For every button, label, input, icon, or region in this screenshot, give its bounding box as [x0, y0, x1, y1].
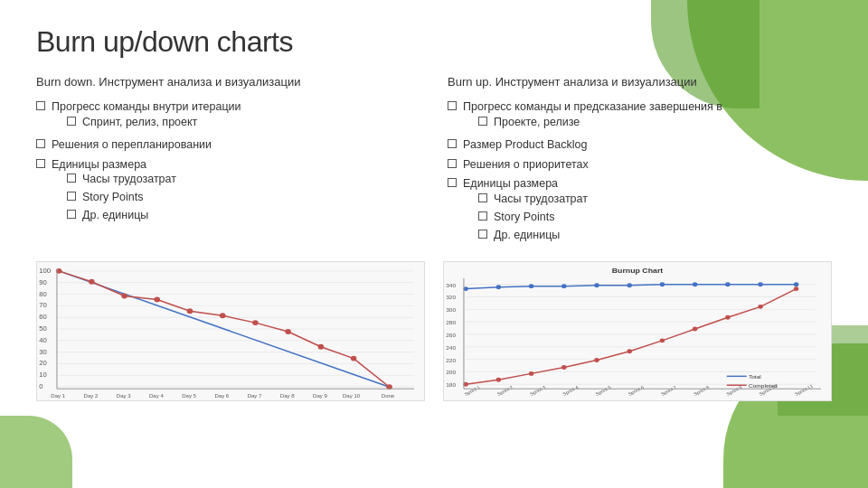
svg-point-67	[496, 285, 501, 289]
burndown-svg: 100 90 80 70 60 50 40 30 20 10 0	[37, 262, 424, 400]
svg-text:Sprint 7: Sprint 7	[660, 384, 678, 396]
right-item-1-label: Прогресс команды и предсказание завершен…	[463, 100, 722, 113]
svg-text:Day 5: Day 5	[182, 393, 196, 399]
svg-point-69	[561, 284, 566, 288]
svg-text:Day 4: Day 4	[149, 393, 165, 399]
deco-bottom-left	[0, 416, 72, 488]
r-checkbox-4-3	[478, 230, 487, 239]
svg-point-73	[693, 282, 697, 286]
svg-text:90: 90	[39, 278, 47, 286]
right-title: Burn up. Инструмент анализа и визуализац…	[448, 75, 832, 90]
svg-point-79	[529, 371, 533, 376]
right-item-4-label: Единицы размера	[463, 177, 558, 190]
left-sub-label-3-1: Часы трудозатрат	[82, 172, 176, 187]
left-sub-label-1-1: Спринт, релиз, проект	[82, 115, 197, 130]
left-item-2-label: Решения о перепланировании	[52, 137, 212, 153]
left-item-list: Прогресс команды внутри итерации Спринт,…	[36, 99, 420, 226]
right-sub-label-4-2: Story Points	[494, 210, 554, 225]
left-item-2: Решения о перепланировании	[36, 137, 420, 153]
svg-text:Day 3: Day 3	[117, 393, 131, 399]
svg-text:Sprint 6: Sprint 6	[627, 384, 646, 396]
svg-text:Sprint 8: Sprint 8	[693, 384, 711, 396]
svg-point-87	[794, 286, 798, 291]
page-title: Burn up/down charts	[36, 25, 832, 59]
left-column: Burn down. Инструмент анализа и визуализ…	[36, 75, 420, 250]
left-item-1-label: Прогресс команды внутри итерации	[52, 100, 241, 113]
svg-text:Day 6: Day 6	[214, 393, 229, 399]
main-content: Burn up/down charts Burn down. Инструмен…	[0, 0, 868, 419]
svg-text:180: 180	[446, 381, 457, 388]
r-checkbox-2	[448, 139, 457, 148]
left-item-3-label: Единицы размера	[52, 158, 146, 171]
left-sub-item-3-2: Story Points	[67, 190, 176, 205]
svg-text:Sprint 3: Sprint 3	[529, 384, 547, 396]
right-sub-label-4-3: Др. единицы	[494, 228, 560, 243]
checkbox-3	[36, 159, 45, 168]
checkbox-3-3	[67, 210, 76, 219]
right-sub-item-4-3: Др. единицы	[478, 228, 588, 243]
right-item-4: Единицы размера Часы трудозатрат Story P…	[448, 176, 832, 246]
svg-point-76	[794, 282, 798, 286]
svg-point-85	[725, 315, 730, 320]
right-column: Burn up. Инструмент анализа и визуализац…	[448, 75, 832, 250]
right-item-2-label: Размер Product Backlog	[463, 137, 587, 153]
svg-point-81	[594, 358, 599, 362]
svg-text:10: 10	[39, 371, 47, 380]
right-item-3: Решения о приоритетах	[448, 157, 832, 173]
right-item-1: Прогресс команды и предсказание завершен…	[448, 99, 832, 133]
right-sub-list-1: Проекте, релизе	[478, 115, 722, 130]
burnup-chart: Burnup Chart 340 320 300 280 260 240 220…	[443, 261, 832, 401]
r-checkbox-4	[448, 178, 457, 187]
svg-text:320: 320	[446, 295, 457, 301]
svg-text:Day 9: Day 9	[313, 393, 327, 399]
left-sub-item-1-1: Спринт, релиз, проект	[67, 115, 241, 130]
svg-text:80: 80	[39, 290, 47, 298]
svg-point-78	[496, 378, 501, 382]
svg-text:340: 340	[446, 282, 457, 288]
right-item-list: Прогресс команды и предсказание завершен…	[448, 99, 832, 246]
svg-text:280: 280	[446, 319, 457, 325]
right-sub-item-4-2: Story Points	[478, 210, 588, 225]
r-checkbox-1-1	[478, 117, 487, 126]
svg-text:Sprint 4: Sprint 4	[561, 384, 580, 396]
svg-point-74	[725, 282, 730, 286]
svg-point-70	[594, 283, 599, 287]
left-sub-list-3: Часы трудозатрат Story Points Др. единиц…	[67, 172, 176, 223]
svg-text:20: 20	[39, 360, 47, 368]
right-sub-label-1-1: Проекте, релизе	[494, 115, 580, 130]
svg-text:Day 8: Day 8	[280, 393, 295, 399]
right-sub-label-4-1: Часы трудозатрат	[494, 192, 588, 207]
left-item-1: Прогресс команды внутри итерации Спринт,…	[36, 99, 420, 133]
svg-text:Done: Done	[382, 393, 394, 399]
checkbox-3-2	[67, 192, 76, 201]
svg-point-32	[351, 356, 357, 361]
svg-text:300: 300	[446, 306, 457, 313]
svg-point-83	[660, 338, 665, 343]
svg-point-71	[627, 283, 631, 287]
svg-point-29	[252, 320, 259, 325]
left-title: Burn down. Инструмент анализа и визуализ…	[36, 75, 420, 90]
left-sub-list-1: Спринт, релиз, проект	[67, 115, 241, 130]
svg-point-31	[318, 344, 325, 350]
left-sub-item-3-3: Др. единицы	[67, 208, 176, 223]
svg-text:Day 10: Day 10	[343, 393, 360, 399]
svg-point-86	[758, 305, 762, 309]
svg-text:Sprint 5: Sprint 5	[594, 384, 612, 396]
svg-text:260: 260	[446, 332, 457, 338]
left-sub-label-3-3: Др. единицы	[82, 208, 148, 223]
svg-text:200: 200	[446, 370, 457, 376]
svg-text:Day 1: Day 1	[51, 393, 65, 399]
burnup-svg: Burnup Chart 340 320 300 280 260 240 220…	[444, 262, 831, 400]
svg-text:50: 50	[39, 324, 47, 333]
svg-text:Sprint 11: Sprint 11	[794, 383, 814, 397]
right-sub-item-1-1: Проекте, релизе	[478, 115, 722, 130]
svg-point-80	[561, 365, 566, 370]
svg-text:70: 70	[39, 302, 47, 310]
svg-point-72	[660, 282, 665, 286]
right-sub-item-4-1: Часы трудозатрат	[478, 192, 588, 207]
svg-text:Total: Total	[749, 374, 761, 380]
svg-point-84	[693, 326, 697, 331]
svg-text:Sprint 2: Sprint 2	[496, 384, 514, 396]
svg-point-28	[220, 313, 226, 318]
svg-text:240: 240	[446, 344, 457, 351]
